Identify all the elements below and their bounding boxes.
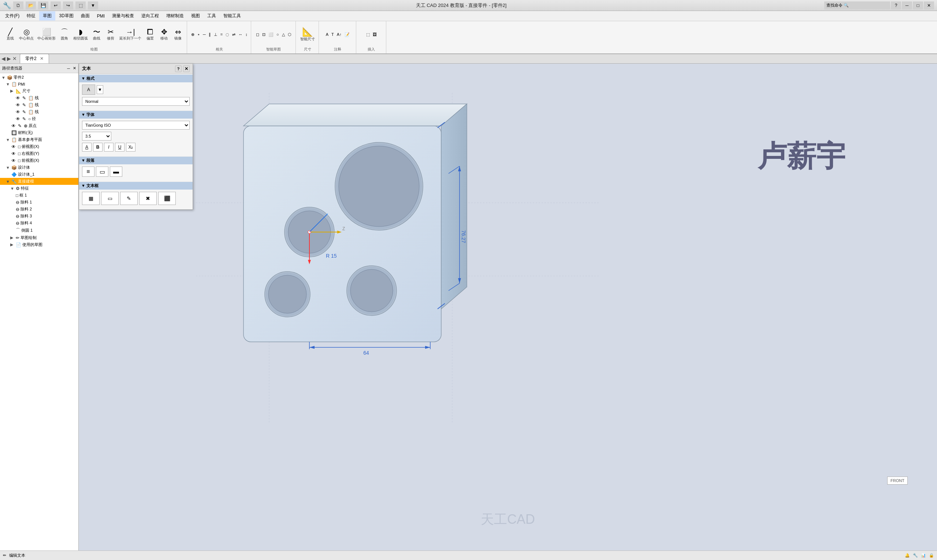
tree-item-pmi[interactable]: ▼ 📋 PMI	[0, 81, 79, 88]
tool-curve[interactable]: 〜 曲线	[90, 28, 103, 42]
tool-rect-center[interactable]: ⬜ 中心画矩形	[36, 28, 57, 42]
tree-item-remove3[interactable]: ⊖ 除料 3	[0, 213, 79, 220]
undo-btn[interactable]: ↩	[51, 2, 61, 9]
menu-smart[interactable]: 智能工具	[220, 11, 245, 20]
menu-3dsketch[interactable]: 3D草图	[55, 11, 77, 20]
new-btn[interactable]: 🗋	[13, 2, 23, 9]
para-style1-btn[interactable]: ▭	[96, 166, 108, 177]
format-bold-btn[interactable]: B	[93, 143, 103, 152]
tool-arc[interactable]: ◗ 相切圆弧	[72, 28, 89, 42]
tool-annot4[interactable]: 📝	[344, 32, 351, 37]
format-dropdown-arrow[interactable]: ▼	[97, 85, 103, 94]
menu-features[interactable]: 特征	[23, 11, 39, 20]
menu-reverse[interactable]: 逆向工程	[138, 11, 163, 20]
format-style-icon[interactable]: A	[82, 85, 95, 95]
tree-item-sketch[interactable]: ▶ ✏ 草图绘制	[0, 234, 79, 241]
tree-item-ref-planes[interactable]: ▼ 📋 基本参考平面	[0, 136, 79, 143]
tool-insert1[interactable]: ⬚	[365, 32, 371, 37]
menu-sketch[interactable]: 草图	[39, 11, 55, 20]
dialog-help-btn[interactable]: ?	[175, 66, 182, 72]
tree-item-design1[interactable]: 🔷 设计体_1	[0, 171, 79, 178]
tool-smart5[interactable]: △	[281, 32, 286, 37]
minimize-btn[interactable]: ─	[902, 2, 912, 9]
tool-tangent[interactable]: ◌	[225, 32, 230, 37]
tab-part2[interactable]: 零件2 ✕	[20, 54, 49, 63]
para-style2-btn[interactable]: ▬	[110, 166, 122, 177]
tool-perp[interactable]: ⊥	[213, 32, 219, 37]
tool-annot1[interactable]: A	[325, 32, 330, 37]
tool-smart4[interactable]: ○	[275, 32, 280, 37]
tree-item-material[interactable]: 🔲 材料(无)	[0, 129, 79, 136]
tree-item-front-view[interactable]: 👁 □ 前视图(X)	[0, 157, 79, 164]
tree-toggle-features[interactable]: ▼	[10, 186, 15, 191]
tool-move[interactable]: ✥ 移动	[157, 28, 171, 42]
tool-annot2[interactable]: T	[330, 32, 335, 37]
tool-smart3[interactable]: ⬜	[267, 32, 274, 37]
tab-next-arrow[interactable]: ▶	[7, 55, 11, 62]
format-subscript-btn[interactable]: X₂	[126, 143, 136, 152]
panel-minimize-icon[interactable]: ─	[67, 66, 70, 71]
tool-smart2[interactable]: ⊡	[261, 32, 267, 37]
font-name-select[interactable]: TianGong ISO	[82, 121, 190, 129]
tree-toggle-dims[interactable]: ▶	[10, 89, 15, 93]
help-btn[interactable]: ?	[891, 2, 901, 9]
tool-smart1[interactable]: ◻	[255, 32, 260, 37]
tree-item-right-view[interactable]: 👁 □ 右视图(Y)	[0, 150, 79, 157]
tool-extend[interactable]: →| 延长到下一个	[118, 28, 143, 42]
format-collapse-icon[interactable]: ▼	[81, 76, 85, 80]
dialog-close-btn[interactable]: ✕	[183, 66, 190, 72]
format-underline-btn[interactable]: U	[115, 143, 125, 152]
tree-item-part2[interactable]: ▼ 📦 零件2	[0, 74, 79, 81]
tool-annot3[interactable]: A↑	[336, 32, 343, 37]
tree-item-frame1[interactable]: □ 框 1	[0, 192, 79, 199]
textframe-del-btn[interactable]: ✖	[139, 192, 157, 205]
tool-mirror[interactable]: ⇔ 镜像	[171, 28, 185, 42]
tree-item-radius[interactable]: 👁 ✎ ○ 径	[0, 115, 79, 122]
tree-toggle-pmi[interactable]: ▼	[6, 82, 10, 86]
para-list-btn[interactable]: ≡	[82, 166, 94, 177]
textframe-box-btn[interactable]: ⬛	[158, 192, 176, 205]
close-btn[interactable]: ✕	[924, 2, 934, 9]
tab-prev-arrow[interactable]: ◀	[2, 55, 6, 62]
tool-circle-center[interactable]: ◎ 中心和点	[18, 28, 35, 42]
tool-offset[interactable]: ⧠ 偏置	[143, 28, 157, 42]
menu-file[interactable]: 文件(F)	[2, 11, 23, 20]
tree-item-design-body[interactable]: ▼ 📦 设计体	[0, 164, 79, 171]
tool-equal[interactable]: =	[219, 32, 224, 37]
tree-toggle-design[interactable]: ▼	[6, 165, 10, 170]
tree-item-remove2[interactable]: ⊖ 除料 2	[0, 206, 79, 213]
tree-item-origin[interactable]: 👁 ✎ ⊕ 原点	[0, 122, 79, 129]
viewport[interactable]: At	[79, 64, 937, 551]
tree-item-features[interactable]: ▼ ⚙ 特征	[0, 185, 79, 192]
tree-item-remove4[interactable]: ⊖ 除料 4	[0, 220, 79, 226]
tool-colinear[interactable]: ─	[202, 32, 207, 37]
textframe-collapse-icon[interactable]: ▼	[81, 183, 85, 188]
tree-toggle-ref[interactable]: ▼	[6, 138, 10, 142]
save-btn[interactable]: 💾	[38, 2, 48, 9]
tool-vert[interactable]: ↕	[244, 32, 249, 37]
tree-item-remove1[interactable]: ⊖ 除料 1	[0, 199, 79, 206]
tree-item-line3[interactable]: 👁 ✎ 📋 线	[0, 108, 79, 115]
menu-tools[interactable]: 工具	[203, 11, 220, 20]
tree-item-used-sketch[interactable]: ▶ 📄 使用的草图	[0, 241, 79, 248]
tree-item-line1[interactable]: 👁 ✎ 📋 线	[0, 94, 79, 102]
tree-item-top-view[interactable]: 👁 □ 俯视图(X)	[0, 143, 79, 150]
font-size-select[interactable]: 3.5	[82, 132, 111, 140]
tool-smart6[interactable]: ⬡	[287, 32, 293, 37]
tree-item-line2[interactable]: 👁 ✎ 📋 线	[0, 102, 79, 108]
tool-fix[interactable]: ⊕	[190, 32, 196, 37]
para-collapse-icon[interactable]: ▼	[81, 158, 85, 163]
tree-item-dims[interactable]: ▶ 📐 尺寸	[0, 88, 79, 94]
menu-pmi[interactable]: PMI	[93, 12, 108, 20]
tool-coincident[interactable]: ∘	[196, 32, 201, 37]
tree-toggle-sketch[interactable]: ▶	[10, 235, 15, 240]
format-style-select[interactable]: Normal	[82, 97, 190, 106]
format-style-a[interactable]: A	[82, 143, 91, 152]
tree-toggle-used[interactable]: ▶	[10, 242, 15, 247]
format-italic-btn[interactable]: I	[104, 143, 114, 152]
open-btn[interactable]: 📂	[26, 2, 36, 9]
menu-additive[interactable]: 增材制造	[163, 11, 188, 20]
menu-measure[interactable]: 测量与检查	[108, 11, 138, 20]
tree-item-direct-model[interactable]: ▼ 🔧 直接建模	[0, 178, 79, 185]
tool-trim[interactable]: ✂ 修剪	[104, 28, 117, 42]
